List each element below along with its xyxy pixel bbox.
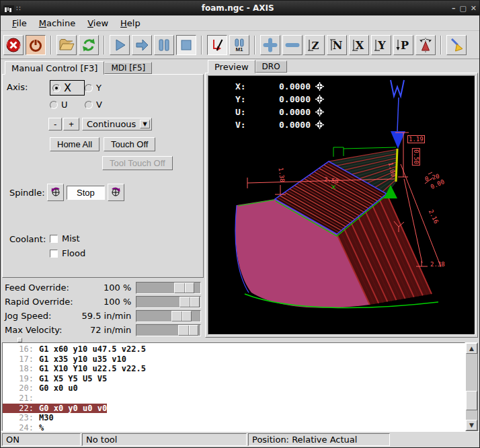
spindle-cw-button[interactable]: [108, 184, 124, 201]
view-y-icon: Y: [373, 37, 389, 53]
gcode-scrollbar[interactable]: ▲ ▼: [465, 342, 478, 431]
view-z-button[interactable]: Z: [305, 35, 325, 55]
gcode-line[interactable]: 20:G0 x0 u0: [3, 383, 465, 394]
machine-power-toggle[interactable]: [26, 35, 46, 55]
jog-plus-button[interactable]: +: [63, 118, 79, 130]
gcode-line-highlighted[interactable]: 22:G0 x0 y0 u0 v0: [3, 404, 465, 414]
view-z-letter: Z: [312, 40, 319, 52]
toolbar: M1 Z N X Y P: [1, 31, 479, 59]
slider-thumb[interactable]: [171, 311, 192, 322]
slider-thumb[interactable]: [174, 283, 194, 293]
jog-speed-slider[interactable]: [136, 310, 201, 322]
reload-file-button[interactable]: [79, 35, 99, 55]
minimize-button[interactable]: –: [452, 4, 456, 13]
view-y-button[interactable]: Y: [371, 35, 391, 55]
menu-view[interactable]: View: [81, 17, 114, 30]
mist-checkbox[interactable]: Mist: [50, 233, 85, 244]
rapid-override-label: Rapid Override:: [5, 297, 80, 307]
spindle-ccw-button[interactable]: [47, 184, 64, 201]
close-button[interactable]: ✕: [471, 4, 477, 13]
menu-file[interactable]: File: [6, 17, 33, 30]
homed-icon: [315, 108, 324, 116]
gcode-line[interactable]: 18:G1 X10 Y10 u22.5 v22.5: [3, 364, 465, 374]
rotate-view-button[interactable]: [415, 35, 436, 55]
touch-off-button[interactable]: Touch Off: [104, 137, 155, 151]
gcode-line[interactable]: 24:%: [3, 423, 465, 431]
tab-mdi[interactable]: MDI [F5]: [104, 62, 152, 74]
gcode-text: G1 x35 y10 u35 v10: [34, 354, 126, 364]
gcode-line[interactable]: 19:G1 X5 Y5 U5 V5: [3, 374, 465, 384]
clear-plot-button[interactable]: [446, 35, 467, 55]
gcode-line[interactable]: 16:G1 x60 y10 u47.5 v22.5: [3, 344, 465, 354]
gcode-line[interactable]: 23:M30: [3, 413, 465, 423]
stop-button[interactable]: [176, 35, 196, 55]
gcode-text: %: [34, 423, 44, 431]
radio-dot-icon: [50, 101, 58, 109]
open-file-button[interactable]: [56, 35, 77, 55]
view-x-button[interactable]: X: [349, 35, 369, 55]
radio-dot-icon: [52, 84, 61, 92]
titlebar[interactable]: ∷ foam.ngc - AXIS – ▢ ✕: [1, 1, 479, 15]
tab-preview[interactable]: Preview: [208, 60, 255, 73]
spindle-label: Spindle:: [9, 188, 47, 198]
sash-grip[interactable]: [17, 338, 22, 342]
spindle-stop-button[interactable]: Stop: [67, 186, 105, 200]
pause-button[interactable]: [154, 35, 174, 55]
gcode-line-number: 22:: [3, 404, 34, 414]
radio-dot-icon: [85, 101, 93, 109]
gcode-line[interactable]: 17:G1 x35 y10 u35 v10: [3, 354, 465, 365]
gcode-line[interactable]: 21:: [3, 394, 465, 404]
zoom-in-button[interactable]: [260, 35, 280, 55]
menu-help[interactable]: Help: [114, 17, 147, 30]
flood-checkbox[interactable]: Flood: [50, 248, 85, 258]
scrollbar-track[interactable]: [466, 354, 477, 420]
gcode-line-number: 24:: [3, 423, 34, 431]
homed-icon: [315, 82, 324, 91]
gcode-text: G0 x0 y0 u0 v0: [34, 404, 107, 413]
dro-row: X:0.0000: [235, 81, 324, 91]
preview-canvas[interactable]: X:0.0000Y:0.0000U:0.0000V:0.0000 1.190.5…: [208, 75, 475, 335]
home-all-button[interactable]: Home All: [50, 137, 99, 151]
scroll-up-icon[interactable]: ▲: [466, 343, 477, 354]
run-button[interactable]: [110, 35, 130, 55]
slider-thumb[interactable]: [178, 325, 198, 336]
optional-pause-toggle[interactable]: M1: [229, 35, 249, 55]
pane-sash[interactable]: [1, 337, 479, 342]
gcode-line-number: 20:: [3, 383, 34, 394]
view-p-icon: P: [395, 37, 411, 53]
gcode-line-number: 23:: [3, 413, 34, 423]
machine-state-cell: ON: [2, 433, 81, 446]
tab-dro[interactable]: DRO: [255, 61, 287, 73]
coolant-label: Coolant:: [9, 234, 50, 244]
tab-manual-control[interactable]: Manual Control [F3]: [5, 61, 104, 75]
axis-radio-u[interactable]: U: [50, 100, 85, 110]
dro-axis: X:: [235, 81, 253, 91]
checkbox-icon: [50, 250, 58, 258]
jog-increment-select[interactable]: Continuous ▼: [82, 118, 152, 130]
gcode-listing[interactable]: 16:G1 x60 y10 u47.5 v22.517:G1 x35 y10 u…: [2, 342, 465, 431]
view-z2-button[interactable]: N: [327, 35, 347, 55]
overrides-panel: Feed Override: 100 % Rapid Override: 100…: [2, 278, 204, 337]
max-velocity-label: Max Velocity:: [5, 325, 80, 335]
feed-override-slider[interactable]: [136, 282, 201, 294]
jog-minus-button[interactable]: -: [48, 118, 62, 130]
axis-radio-v[interactable]: V: [85, 100, 120, 110]
slider-thumb[interactable]: [179, 297, 200, 307]
rapid-override-slider[interactable]: [136, 296, 201, 308]
axis-label: Axis:: [7, 82, 40, 92]
axis-radio-y[interactable]: Y: [85, 80, 120, 96]
max-velocity-slider[interactable]: [136, 324, 201, 336]
menu-machine[interactable]: Machine: [33, 17, 81, 30]
scroll-down-icon[interactable]: ▼: [466, 420, 477, 431]
step-button[interactable]: [132, 35, 152, 55]
dimension-label: 1.19: [407, 135, 425, 143]
scrollbar-thumb[interactable]: [466, 391, 477, 410]
skip-lines-toggle[interactable]: [207, 35, 227, 55]
tool-touch-off-button[interactable]: Tool Touch Off: [102, 156, 173, 170]
view-p-button[interactable]: P: [393, 35, 413, 55]
maximize-button[interactable]: ▢: [459, 4, 466, 13]
window-icon[interactable]: [3, 4, 14, 13]
zoom-out-button[interactable]: [282, 35, 303, 55]
estop-button[interactable]: [3, 35, 24, 55]
axis-radio-x[interactable]: X: [50, 80, 85, 96]
